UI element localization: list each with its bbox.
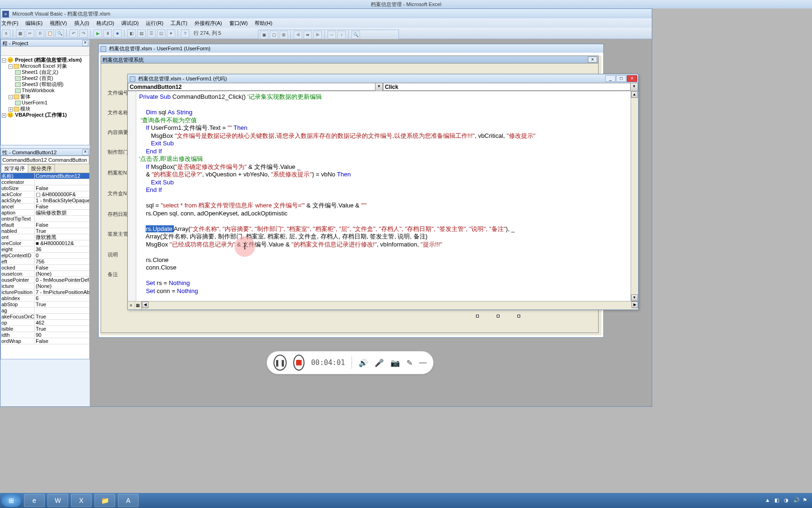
find-icon[interactable]: 🔍 [55,29,64,38]
prop-row[interactable]: abStopTrue [1,302,89,308]
project-panel-title[interactable]: 程 - Project × [0,39,90,47]
prop-row[interactable]: nabledTrue [1,228,89,234]
menu-window[interactable]: 窗口(W) [229,20,248,26]
prop-row[interactable]: ag [1,308,89,314]
chevron-down-icon[interactable]: ▼ [375,83,383,91]
code-editor[interactable]: Private Sub CommandButton12_Click() '记录集… [128,91,638,301]
scroll-left-icon[interactable]: ◀ [142,302,148,308]
scroll-right-icon[interactable]: ▶ [632,302,638,308]
tree-sheet[interactable]: Sheet3 (帮助说明) [2,81,88,87]
chevron-down-icon[interactable]: ▼ [630,83,638,91]
prop-row[interactable]: oreColor■ &H80000012& [1,240,89,246]
zoom-icon[interactable]: 🔍 [351,31,360,39]
task-ie[interactable]: e [24,494,45,507]
minimize-icon[interactable]: _ [605,75,616,82]
tray-icon[interactable]: ▲ [765,497,772,504]
task-wps[interactable]: W [47,494,68,507]
design-mode-icon[interactable]: ◧ [127,29,136,38]
taskbar[interactable]: ⊞ e W X 📁 A ▲ ◧ ◑ 🔊 ⚑ [0,493,812,508]
menu-tools[interactable]: 工具(T) [171,20,187,26]
prop-row[interactable]: ouseIcon(None) [1,271,89,277]
align-right-icon[interactable]: ⫸ [313,31,322,39]
prop-row[interactable]: eight36 [1,246,89,253]
prop-row[interactable]: icture(None) [1,283,89,289]
tree-group-modules[interactable]: +模块 [2,106,88,112]
sel-handle[interactable] [497,315,500,318]
prop-row[interactable]: efaultFalse [1,222,89,228]
scroll-down-icon[interactable]: ▼ [631,294,638,301]
prop-row[interactable]: isibleTrue [1,326,89,332]
system-tray[interactable]: ▲ ◧ ◑ 🔊 ⚑ [765,497,809,504]
menu-addins[interactable]: 外接程序(A) [195,20,222,26]
vertical-scrollbar[interactable]: ▲ ▼ [631,91,638,301]
task-access[interactable]: A [118,494,139,507]
break-icon[interactable]: ⏸ [103,29,112,38]
prop-row[interactable]: ont微软雅黑 [1,234,89,240]
close-icon[interactable]: × [82,149,88,155]
toolbox-icon[interactable]: ✦ [167,29,175,38]
prop-row[interactable]: idth90 [1,332,89,338]
sel-handle[interactable] [476,315,479,318]
tray-icon[interactable]: ⚑ [803,497,809,504]
close-icon[interactable]: × [82,40,88,46]
prop-row[interactable]: utoSizeFalse [1,185,89,191]
stop-button[interactable] [293,355,304,371]
tree-group-forms[interactable]: −窗体 [2,94,88,100]
tree-workbook[interactable]: ThisWorkbook [2,87,88,94]
full-view-icon[interactable]: ▦ [135,302,142,310]
menu-edit[interactable]: 编辑(E) [25,20,43,26]
properties-icon[interactable]: ☰ [147,29,156,38]
project-root[interactable]: −😐 Project (档案信息管理.xlsm) [2,57,88,63]
prop-tab-alpha[interactable]: 按字母序 [1,164,28,173]
tree-sheet[interactable]: Sheet1 (自定义) [2,69,88,75]
task-excel[interactable]: X [71,494,92,507]
cut-icon[interactable]: ✂ [26,29,34,38]
bring-front-icon[interactable]: ▣ [260,31,268,39]
tray-icon[interactable]: ◑ [784,497,790,504]
mic-icon[interactable]: 🎤 [375,358,384,367]
btn-view-excel[interactable]: X [2,29,10,38]
horizontal-scrollbar[interactable]: ≡▦ ◀ ▶ [128,301,638,310]
prop-row[interactable]: ackStyle1 - fmBackStyleOpaque [1,198,89,204]
vbe-title-bar[interactable]: ≡ Microsoft Visual Basic - 档案信息管理.xlsm [0,9,652,18]
menu-insert[interactable]: 插入(I) [74,20,89,26]
menu-debug[interactable]: 调试(D) [121,20,139,26]
redo-icon[interactable]: ↷ [79,29,88,38]
code-window[interactable]: 档案信息管理.xlsm - UserForm1 (代码) _ □ × Comma… [127,74,639,310]
copy-icon[interactable]: ⎘ [36,29,44,38]
procedure-combo[interactable]: Click▼ [383,83,638,91]
volume-icon[interactable]: 🔊 [359,358,368,367]
align-left-icon[interactable]: ⫷ [294,31,302,39]
prop-row[interactable]: icturePosition7 - fmPicturePositionAb [1,289,89,295]
pen-icon[interactable]: ✎ [406,358,413,367]
close-icon[interactable]: × [627,75,637,82]
run-icon[interactable]: ▶ [94,29,102,38]
sel-handle[interactable] [517,315,520,318]
proc-view-icon[interactable]: ≡ [128,302,135,310]
size-width-icon[interactable]: ↔ [328,31,336,39]
scroll-up-icon[interactable]: ▲ [631,91,638,98]
btn-insert-userform[interactable]: ▦ [16,29,24,38]
object-browser-icon[interactable]: ◱ [157,29,165,38]
tree-userform[interactable]: UserForm1 [2,100,88,106]
project-root-2[interactable]: +😐 VBAProject (工作簿1) [2,112,88,118]
tree-group-excel[interactable]: −Microsoft Excel 对象 [2,63,88,69]
prop-row[interactable]: ontrolTipText [1,216,89,222]
prop-row[interactable]: ockedFalse [1,265,89,271]
maximize-icon[interactable]: □ [616,75,626,82]
prop-row[interactable]: ackColor▢ &H8000000F& [1,191,89,198]
undo-icon[interactable]: ↶ [70,29,78,38]
prop-row[interactable]: ordWrapFalse [1,338,89,344]
menu-run[interactable]: 运行(R) [146,20,163,26]
prop-row[interactable]: op462 [1,320,89,326]
send-back-icon[interactable]: ▢ [270,31,278,39]
size-height-icon[interactable]: ↕ [337,31,346,39]
prop-row[interactable]: akeFocusOnClickTrue [1,314,89,320]
prop-row[interactable]: ousePointer0 - fmMousePointerDefau [1,277,89,283]
menu-file[interactable]: 文件(F) [1,20,18,26]
object-combo[interactable]: CommandButton12▼ [128,83,383,91]
menu-format[interactable]: 格式(O) [96,20,114,26]
reset-icon[interactable]: ■ [113,29,122,38]
tree-sheet[interactable]: Sheet2 (首页) [2,75,88,81]
close-icon[interactable]: × [588,56,597,63]
